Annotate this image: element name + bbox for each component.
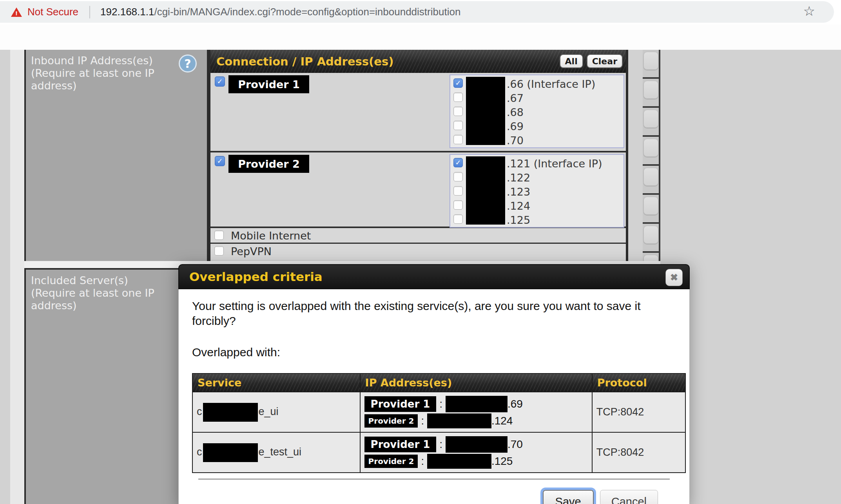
ip-cell: Provider 1:.70Provider 2:.125 [360,432,592,473]
provider-ip-entry: Provider 2:.125 [364,454,588,469]
omnibox-divider [89,6,90,18]
dialog-buttons: Save Cancel [192,480,676,504]
provider-name-redacted-label: Provider 1 [228,75,309,93]
ip-address-label: .68 [507,106,524,118]
cancel-button[interactable]: Cancel [600,490,658,504]
all-button[interactable]: All [560,54,583,68]
url-host: 192.168.1.1 [100,6,154,18]
ip-address-label: .66 (Interface IP) [507,78,595,90]
ip-column-header: IP Address(es) [360,373,592,392]
ip-address-label: .70 [507,134,524,147]
included-servers-label: Included Server(s) (Require at least one… [31,274,166,312]
service-name-redaction [203,403,258,422]
ip-prefix-redaction [466,156,505,225]
screen: ! Not Secure 192.168.1.1/cgi-bin/MANGA/i… [0,0,841,504]
connection-name-label: Mobile Internet [231,230,311,242]
provider-ip-entry: Provider 1:.69 [364,396,588,412]
side-button[interactable] [643,139,658,157]
save-button[interactable]: Save [543,490,594,504]
connection-ip-section: Connection / IP Address(es) All Clear ✓ … [210,50,626,260]
ip-suffix: .124 [491,415,513,427]
ip-cell: Provider 1:.69Provider 2:.124 [360,392,592,432]
ip-address-panel: ✓ .121 (Interface IP) .122 .123 .124 .12… [450,154,624,228]
dialog-title: Overlapped criteria [189,270,323,284]
overlapped-criteria-dialog: Overlapped criteria ✖ Your setting is ov… [178,264,690,504]
side-button[interactable] [643,168,658,186]
protocol-cell: TCP:8042 [592,432,685,473]
overlapped-service-row: ce_ui Provider 1:.69Provider 2:.124 TCP:… [192,392,685,432]
connection-header: Connection / IP Address(es) All Clear [210,50,626,73]
exclamation-glyph: ! [15,10,18,16]
page-top-whitespace [0,24,841,50]
service-cell: ce_test_ui [192,432,360,473]
ip-address-label: .125 [507,214,530,226]
bookmark-star-icon[interactable]: ☆ [803,3,815,19]
service-name-redaction [203,443,258,462]
service-column-header: Service [192,373,360,392]
side-button[interactable] [643,226,658,244]
ip-prefix-redaction [427,454,491,469]
ip-prefix-redaction [466,77,505,145]
connection-name-label: PepVPN [231,245,272,257]
side-table-cell [643,79,659,108]
ip-address-label: .67 [507,92,524,104]
side-button[interactable] [643,81,658,99]
ip-checkbox[interactable] [453,200,463,210]
ip-suffix: .69 [508,398,523,410]
provider-ip-entry: Provider 1:.70 [364,436,588,453]
table-header-row: Service IP Address(es) Protocol [192,373,685,392]
provider-badge: Provider 2 [364,414,418,428]
ip-checkbox[interactable] [453,107,463,116]
ip-checkbox[interactable] [453,92,463,102]
connection-checkbox[interactable] [214,246,224,256]
ip-prefix-redaction [446,396,508,412]
overlapped-services-table: Service IP Address(es) Protocol ce_ui Pr… [192,373,686,473]
table-border [659,50,660,263]
check-icon: ✓ [455,159,461,166]
check-icon: ✓ [217,158,223,165]
side-table-cell [643,50,659,79]
table-border [207,50,210,261]
ip-prefix-redaction [446,436,508,453]
side-table-cell [643,137,659,166]
ip-checkbox[interactable] [453,135,463,144]
ip-prefix-redaction [427,413,491,428]
connection-checkbox[interactable] [214,230,224,240]
provider-badge: Provider 1 [364,396,437,412]
ip-suffix: .125 [491,455,513,468]
side-table-cell [643,224,659,253]
connection-header-title: Connection / IP Address(es) [216,55,394,68]
ip-checkbox[interactable] [453,121,463,130]
ip-address-label: .124 [507,200,530,212]
dialog-header: Overlapped criteria ✖ [178,264,690,289]
side-button[interactable] [643,110,658,128]
provider-checkbox[interactable]: ✓ [215,76,225,87]
table-border [626,50,628,261]
overlapped-service-row: ce_test_ui Provider 1:.70Provider 2:.125… [192,432,685,473]
not-secure-warning-icon[interactable]: ! [11,7,22,17]
ip-address-label: .121 (Interface IP) [507,158,602,170]
clear-button[interactable]: Clear [587,54,623,68]
ip-checkbox[interactable]: ✓ [453,78,463,88]
provider-checkbox[interactable]: ✓ [215,156,225,166]
dialog-message: Your setting is overlapped with the exis… [192,299,683,328]
ip-checkbox[interactable] [453,172,463,181]
url-text[interactable]: 192.168.1.1/cgi-bin/MANGA/index.cgi?mode… [100,6,460,18]
colon-separator: : [439,398,442,410]
provider-row: ✓ Provider 2 ✓ .121 (Interface IP) .122 … [210,152,626,228]
close-icon[interactable]: ✖ [665,269,683,286]
side-table-cell [643,195,659,224]
side-button[interactable] [643,52,658,70]
side-table-cell [643,108,659,137]
not-secure-label[interactable]: Not Secure [27,6,78,18]
ip-checkbox[interactable] [453,214,463,224]
ip-checkbox[interactable]: ✓ [453,158,463,167]
ip-checkbox[interactable] [453,186,463,196]
provider-badge: Provider 2 [364,455,418,468]
address-bar[interactable]: ! Not Secure 192.168.1.1/cgi-bin/MANGA/i… [0,1,834,23]
help-icon[interactable]: ? [179,54,197,73]
side-button[interactable] [643,197,658,215]
overlapped-with-label: Overlapped with: [192,346,676,359]
inbound-ip-label: Inbound IP Address(es) (Require at least… [31,54,166,92]
protocol-cell: TCP:8042 [592,392,685,432]
